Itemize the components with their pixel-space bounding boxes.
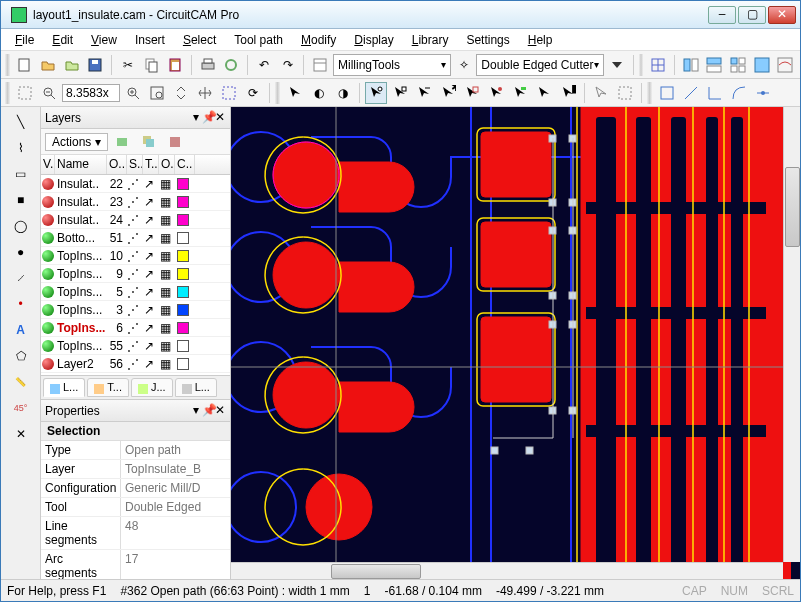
select-segment-button[interactable] (389, 82, 411, 104)
toolbar-grip[interactable] (5, 54, 10, 76)
menu-view[interactable]: View (83, 31, 125, 49)
layer-selectable-icon[interactable]: ⋰ (125, 177, 141, 191)
layer-color-swatch[interactable] (177, 196, 189, 208)
select-star-button[interactable]: ✱ (437, 82, 459, 104)
toolbar-grip[interactable] (639, 54, 644, 76)
layer-stack-icon[interactable]: ▦ (157, 357, 173, 371)
text-tool[interactable]: A (10, 319, 32, 341)
print-button[interactable] (197, 54, 219, 76)
layers-panel-header[interactable]: Layers ▾ 📌 ✕ (41, 107, 230, 129)
select-all-button[interactable] (533, 82, 555, 104)
menu-edit[interactable]: Edit (44, 31, 81, 49)
layer-row[interactable]: Botto...51⋰↗▦ (41, 229, 230, 247)
measure-tool[interactable]: 📏 (10, 371, 32, 393)
layer-dup-button[interactable] (138, 131, 160, 153)
zoom-input[interactable] (62, 84, 120, 102)
horizontal-scrollbar[interactable] (231, 562, 783, 579)
undo-button[interactable]: ↶ (253, 54, 275, 76)
layer-outline-icon[interactable]: ↗ (141, 249, 157, 263)
maximize-button[interactable]: ▢ (738, 6, 766, 24)
snap-arc-button[interactable] (728, 82, 750, 104)
side-panel-tab[interactable]: J... (131, 378, 173, 396)
close-button[interactable]: ✕ (768, 6, 796, 24)
layer-col-header[interactable]: S.. (127, 155, 143, 174)
layer-color-swatch[interactable] (177, 232, 189, 244)
layer-stack-icon[interactable]: ▦ (157, 339, 173, 353)
menu-settings[interactable]: Settings (458, 31, 517, 49)
circle-tool[interactable]: ◯ (10, 215, 32, 237)
layer-stack-icon[interactable]: ▦ (157, 195, 173, 209)
snap-point-button[interactable] (752, 82, 774, 104)
scrollbar-thumb[interactable] (785, 167, 800, 247)
select-node-button[interactable] (365, 82, 387, 104)
menu-help[interactable]: Help (520, 31, 561, 49)
layer-outline-icon[interactable]: ↗ (141, 321, 157, 335)
layer-outline-icon[interactable]: ↗ (141, 177, 157, 191)
open-button[interactable] (38, 54, 60, 76)
select-layer-button[interactable] (509, 82, 531, 104)
layer-selectable-icon[interactable]: ⋰ (125, 267, 141, 281)
panel-pin-icon[interactable]: 📌 (202, 112, 214, 124)
select-window-button[interactable] (614, 82, 636, 104)
filled-rect-tool[interactable]: ■ (10, 189, 32, 211)
layer-visibility-icon[interactable] (41, 358, 55, 370)
grid-button[interactable] (647, 54, 669, 76)
zoom-all-button[interactable] (170, 82, 192, 104)
layer-color-swatch[interactable] (177, 268, 189, 280)
properties-grid[interactable]: Selection TypeOpen pathLayerTopInsulate_… (41, 422, 230, 579)
vertical-scrollbar[interactable] (783, 107, 800, 562)
layer-visibility-icon[interactable] (41, 250, 55, 262)
minimize-button[interactable]: – (708, 6, 736, 24)
layer-stack-icon[interactable]: ▦ (157, 177, 173, 191)
menu-insert[interactable]: Insert (127, 31, 173, 49)
panel-pin-icon[interactable]: 📌 (202, 405, 214, 417)
polyline-tool[interactable]: ⌇ (10, 137, 32, 159)
properties-panel-header[interactable]: Properties ▾ 📌 ✕ (41, 400, 230, 422)
canvas[interactable] (231, 107, 800, 579)
redo-button[interactable]: ↷ (277, 54, 299, 76)
property-value[interactable]: 48 (121, 517, 230, 549)
point-tool[interactable]: • (10, 293, 32, 315)
refresh-button[interactable]: ⟳ (242, 82, 264, 104)
snap-rect-button[interactable] (656, 82, 678, 104)
layer-visibility-icon[interactable] (41, 322, 55, 334)
layer-color-swatch[interactable] (177, 214, 189, 226)
layer-row[interactable]: TopIns...5⋰↗▦ (41, 283, 230, 301)
copy-button[interactable] (141, 54, 163, 76)
layout3-button[interactable] (727, 54, 749, 76)
toolbar-grip[interactable] (5, 82, 10, 104)
layer-col-header[interactable]: O.. (107, 155, 127, 174)
layer-visibility-icon[interactable] (41, 340, 55, 352)
layer-visibility-icon[interactable] (41, 268, 55, 280)
layer-outline-icon[interactable]: ↗ (141, 357, 157, 371)
tool-drop-arrow[interactable] (606, 54, 628, 76)
property-row[interactable]: ToolDouble Edged (41, 498, 230, 517)
line-tool[interactable]: ╲ (10, 111, 32, 133)
layer-selectable-icon[interactable]: ⋰ (125, 213, 141, 227)
layer-del-button[interactable] (164, 131, 186, 153)
layer-color-swatch[interactable] (177, 304, 189, 316)
side-panel-tab[interactable]: L... (43, 378, 85, 396)
layer-stack-icon[interactable]: ▦ (157, 267, 173, 281)
rect-tool[interactable]: ▭ (10, 163, 32, 185)
layer-selectable-icon[interactable]: ⋰ (125, 249, 141, 263)
cut-button[interactable]: ✂ (117, 54, 139, 76)
toolbar-grip[interactable] (275, 82, 280, 104)
property-value[interactable]: Double Edged (121, 498, 230, 516)
panel-close-icon[interactable]: ✕ (214, 405, 226, 417)
layer-outline-icon[interactable]: ↗ (141, 339, 157, 353)
property-value[interactable]: Open path (121, 441, 230, 459)
layer-visibility-icon[interactable] (41, 286, 55, 298)
layer-col-header[interactable]: V.. (41, 155, 55, 174)
property-value[interactable]: Generic Mill/D (121, 479, 230, 497)
menu-library[interactable]: Library (404, 31, 457, 49)
layer-outline-icon[interactable]: ↗ (141, 267, 157, 281)
new-button[interactable] (14, 54, 36, 76)
zoom-out-button[interactable] (38, 82, 60, 104)
layer-visibility-icon[interactable] (41, 304, 55, 316)
layer-row[interactable]: Insulat..22⋰↗▦ (41, 175, 230, 193)
layer-selectable-icon[interactable]: ⋰ (125, 285, 141, 299)
layer-visibility-icon[interactable] (41, 196, 55, 208)
layer-stack-icon[interactable]: ▦ (157, 303, 173, 317)
select-arrow-button[interactable] (284, 82, 306, 104)
